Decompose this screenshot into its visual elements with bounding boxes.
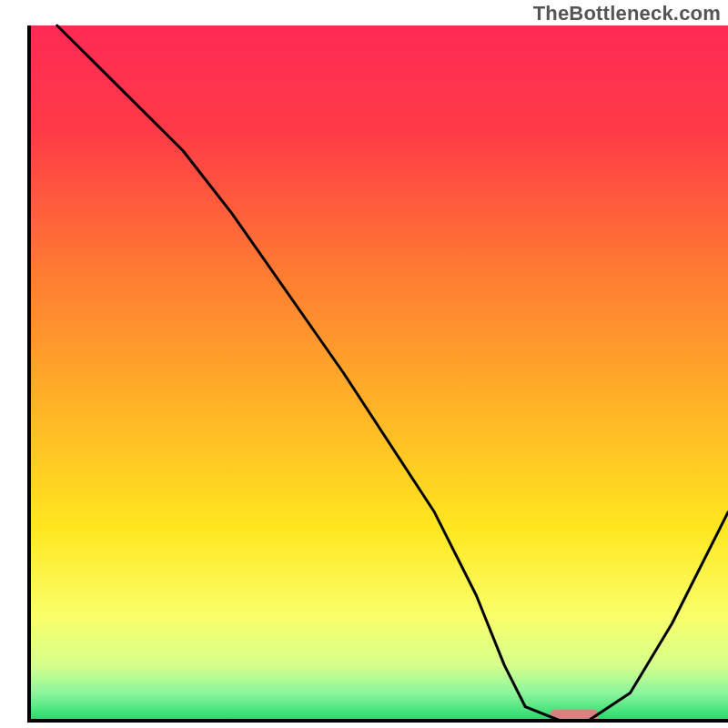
bottleneck-chart [0, 0, 728, 728]
chart-background [29, 25, 728, 721]
watermark-text: TheBottleneck.com [533, 2, 721, 25]
